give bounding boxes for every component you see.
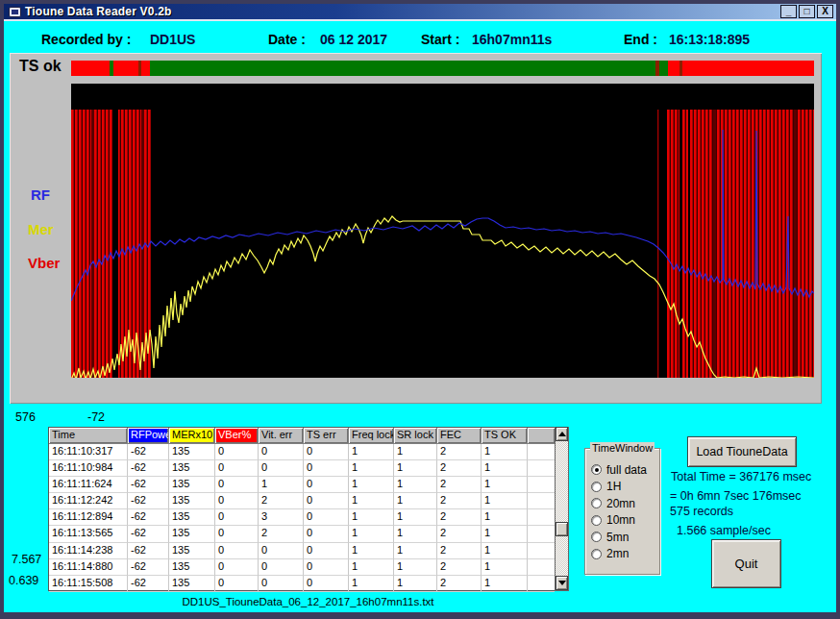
scroll-up-button[interactable]	[556, 427, 568, 441]
radio-label: full data	[606, 463, 647, 477]
date-value: 06 12 2017	[320, 32, 387, 47]
main-panel: TS ok RF Mer Vber	[10, 53, 822, 404]
table-row[interactable]: 16:11:13:565-621350201121	[49, 526, 555, 542]
radio-icon	[591, 482, 602, 492]
table-cell: 2	[437, 576, 482, 592]
table-cell: -62	[128, 460, 169, 477]
radio-icon	[591, 515, 602, 526]
table-cell: 0	[259, 444, 304, 460]
axis-sample-count: 576	[15, 410, 36, 424]
column-header: SR lock	[394, 428, 437, 444]
table-cell: 1	[394, 477, 437, 493]
table-cell: 16:11:11:624	[49, 477, 128, 493]
table-cell: 0	[215, 460, 259, 477]
legend-rf: RF	[31, 186, 50, 203]
vber-bar-region	[667, 110, 669, 378]
table-cell: 135	[169, 526, 215, 542]
table-scrollbar[interactable]	[555, 427, 569, 591]
table-cell: 0	[259, 576, 304, 592]
table-row[interactable]: 16:11:10:984-621350001121	[49, 460, 555, 477]
table-cell: -62	[128, 444, 169, 460]
table-cell: 16:11:15:508	[49, 576, 128, 592]
table-cell: 1	[482, 509, 528, 526]
table-cell: 1	[394, 509, 437, 526]
legend-mer: Mer	[28, 221, 54, 237]
table-row[interactable]: 16:11:12:242-621350201121	[49, 493, 555, 509]
table-cell: 1	[482, 543, 528, 559]
header-band: Recorded by : DD1US Date : 06 12 2017 St…	[4, 23, 836, 57]
column-header: Vit. err	[259, 428, 304, 444]
table-row[interactable]: 16:11:15:508-621350001121	[49, 576, 555, 592]
timewindow-title: TimeWindow	[590, 442, 655, 454]
end-value: 16:13:18:895	[669, 32, 750, 47]
timewindow-option-1H[interactable]: 1H	[591, 479, 657, 496]
table-cell: -62	[128, 493, 169, 509]
table-row[interactable]: 16:11:12:894-621350301121	[49, 509, 555, 526]
start-label: Start :	[421, 32, 459, 47]
table-cell: 0	[304, 444, 349, 460]
table-row[interactable]: 16:11:14:238-621350001121	[49, 543, 555, 559]
table-cell: 0	[215, 477, 259, 493]
table-row[interactable]: 16:11:11:624-621350101121	[49, 477, 555, 493]
table-row[interactable]: 16:11:14:880-621350001121	[49, 559, 555, 576]
axis-upper-left: 7.567	[12, 553, 41, 566]
table-cell: 1	[349, 477, 394, 493]
table-cell: 1	[482, 460, 528, 477]
table-cell: 0	[304, 493, 349, 509]
radio-selected-icon	[591, 464, 602, 475]
time-breakdown-text: = 0h 6mn 7sec 176msec	[670, 489, 802, 503]
loaded-filename: DD1US_TiouneData_06_12_2017_16h07mn11s.t…	[48, 596, 568, 607]
table-cell: 1	[394, 543, 437, 559]
ts-ok-segment	[71, 61, 110, 76]
timewindow-option-full-data[interactable]: full data	[591, 461, 657, 479]
timewindow-option-2mn[interactable]: 2mn	[591, 546, 657, 563]
scroll-thumb[interactable]	[556, 522, 568, 536]
table-cell: -62	[128, 576, 169, 592]
close-button[interactable]: X	[817, 5, 833, 18]
records-count-text: 575 records	[670, 505, 733, 518]
titlebar: Tioune Data Reader V0.2b _ □ X	[4, 4, 836, 21]
window-title: Tioune Data Reader V0.2b	[25, 5, 780, 18]
quit-button[interactable]: Quit	[711, 539, 781, 588]
radio-label: 1H	[606, 480, 621, 493]
chart-svg	[71, 84, 814, 378]
timewindow-option-10mn[interactable]: 10mn	[591, 512, 657, 530]
timewindow-option-5mn[interactable]: 5mn	[591, 529, 657, 546]
table-cell: 3	[259, 509, 304, 526]
table-cell: -62	[128, 543, 169, 559]
table-cell: 135	[169, 460, 215, 477]
table-cell: 0	[215, 493, 259, 509]
app-icon	[9, 7, 21, 17]
table-row[interactable]: 16:11:10:317-621350001121	[49, 444, 555, 460]
app-window: Tioune Data Reader V0.2b _ □ X Recorded …	[0, 0, 840, 619]
minimize-button[interactable]: _	[780, 5, 797, 18]
recorded-by-label: Recorded by :	[41, 32, 131, 47]
load-tiounedata-button[interactable]: Load TiouneData	[687, 436, 797, 467]
column-header: TS OK	[482, 428, 528, 444]
radio-icon	[591, 532, 602, 542]
table-cell: 0	[215, 543, 259, 559]
table-cell: 135	[169, 559, 215, 576]
ts-ok-segment	[668, 61, 679, 76]
start-value: 16h07mn11s	[472, 32, 552, 47]
table-cell: 0	[304, 477, 349, 493]
table-cell: 1	[349, 576, 394, 592]
timewindow-groupbox: TimeWindow full data1H20mn10mn5mn2mn	[584, 448, 660, 575]
table-cell: 1	[482, 526, 528, 542]
date-label: Date :	[268, 32, 306, 47]
records-table: TimeRFPowerMERx10VBer%Vit. errTS errFreq…	[48, 427, 555, 591]
table-cell: 0	[304, 543, 349, 559]
table-cell: 1	[349, 444, 394, 460]
scroll-down-button[interactable]	[556, 576, 568, 590]
radio-label: 20mn	[606, 497, 635, 510]
table-cell: 16:11:12:894	[49, 509, 128, 526]
vber-bar-region	[794, 110, 797, 378]
table-cell: 1	[349, 493, 394, 509]
table-cell: 1	[349, 509, 394, 526]
table-cell: 135	[169, 493, 215, 509]
maximize-button[interactable]: □	[799, 5, 815, 18]
table-cell: 1	[482, 444, 528, 460]
table-cell: 0	[304, 509, 349, 526]
table-cell: 1	[394, 460, 437, 477]
timewindow-option-20mn[interactable]: 20mn	[591, 495, 657, 512]
